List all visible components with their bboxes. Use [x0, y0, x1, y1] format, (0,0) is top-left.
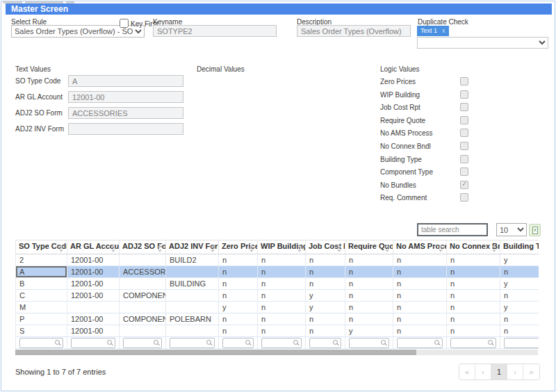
column-header-no-ams-process[interactable]: No AMS Process: [393, 240, 447, 254]
cell[interactable]: 12001-00: [67, 278, 120, 290]
horizontal-scrollbar[interactable]: [15, 350, 538, 355]
cell[interactable]: n: [306, 254, 345, 266]
cell[interactable]: ACCESSORIES: [120, 266, 166, 278]
cell[interactable]: n: [500, 266, 539, 278]
cell[interactable]: 12001-00: [67, 325, 120, 337]
column-header-require-quote[interactable]: Require Quote: [345, 240, 393, 254]
cell[interactable]: n: [219, 290, 258, 302]
cell[interactable]: COMPONENT: [120, 290, 166, 302]
cell[interactable]: C: [16, 290, 67, 302]
cell[interactable]: n: [393, 325, 447, 337]
field-input-so-type-code[interactable]: [68, 75, 183, 87]
table-row[interactable]: S12001-00nnnynnn: [16, 325, 539, 337]
column-header-no-connex-bndl[interactable]: No Connex Bndl: [447, 240, 500, 254]
cell[interactable]: A: [16, 266, 67, 278]
pagination-last[interactable]: »: [523, 364, 539, 379]
cell[interactable]: BUILD2: [166, 254, 219, 266]
cell[interactable]: n: [345, 302, 393, 313]
cell[interactable]: 2: [16, 254, 67, 266]
column-header-ar-gl-account[interactable]: AR GL Account: [67, 240, 120, 254]
cell[interactable]: y: [500, 278, 539, 290]
cell[interactable]: S: [16, 325, 67, 337]
column-header-job-cost-rpt[interactable]: Job Cost Rpt: [306, 240, 345, 254]
cell[interactable]: n: [219, 254, 258, 266]
cell[interactable]: n: [258, 266, 306, 278]
cell[interactable]: 12001-00: [67, 313, 120, 325]
cell[interactable]: n: [393, 290, 447, 302]
column-header-so-type-code[interactable]: SO Type Code: [16, 240, 67, 254]
cell[interactable]: M: [16, 302, 67, 313]
cell[interactable]: n: [258, 325, 306, 337]
cell[interactable]: [120, 278, 166, 290]
cell[interactable]: [120, 302, 166, 313]
cell[interactable]: n: [258, 290, 306, 302]
cell[interactable]: n: [219, 266, 258, 278]
column-header-wip-building[interactable]: WIP Building: [258, 240, 306, 254]
cell[interactable]: n: [345, 290, 393, 302]
cell[interactable]: n: [447, 325, 500, 337]
cell[interactable]: n: [306, 266, 345, 278]
cell[interactable]: n: [306, 278, 345, 290]
field-input-adj2-inv-form[interactable]: [68, 123, 183, 135]
cell[interactable]: n: [219, 325, 258, 337]
table-row[interactable]: P12001-00COMPONENTPOLEBARNnnnnnnn: [16, 313, 539, 325]
chip-remove-icon[interactable]: x: [442, 27, 445, 34]
cell[interactable]: n: [258, 254, 306, 266]
cell[interactable]: COMPONENT: [120, 313, 166, 325]
cell[interactable]: [166, 290, 219, 302]
cell[interactable]: n: [500, 325, 539, 337]
cell[interactable]: y: [219, 302, 258, 313]
column-header-adj2-so-form[interactable]: ADJ2 SO Form: [120, 240, 166, 254]
cell[interactable]: n: [393, 278, 447, 290]
column-filter-building-type[interactable]: [504, 338, 539, 348]
table-search-input[interactable]: [417, 223, 488, 236]
cell[interactable]: n: [345, 266, 393, 278]
description-input[interactable]: [297, 25, 411, 37]
cell[interactable]: n: [306, 325, 345, 337]
cell[interactable]: n: [393, 254, 447, 266]
cell[interactable]: n: [447, 313, 500, 325]
cell[interactable]: y: [306, 290, 345, 302]
cell[interactable]: y: [345, 325, 393, 337]
cell[interactable]: n: [393, 313, 447, 325]
cell[interactable]: n: [393, 266, 447, 278]
cell[interactable]: B: [16, 278, 67, 290]
table-row[interactable]: A12001-00ACCESSORIESnnnnnnn: [16, 266, 539, 278]
column-header-building-type[interactable]: Building Type: [500, 240, 539, 254]
cell[interactable]: n: [393, 302, 447, 313]
pagination-page-1[interactable]: 1: [491, 364, 507, 379]
pagination-prev[interactable]: ‹: [475, 364, 491, 379]
duplicate-check-chip[interactable]: Text 1x: [417, 26, 449, 36]
column-header-zero-prices[interactable]: Zero Prices: [219, 240, 258, 254]
key-first-checkbox[interactable]: [120, 19, 129, 28]
cell[interactable]: [166, 266, 219, 278]
cell[interactable]: POLEBARN: [166, 313, 219, 325]
cell[interactable]: n: [258, 313, 306, 325]
cell[interactable]: [166, 302, 219, 313]
cell[interactable]: n: [447, 290, 500, 302]
pagination-next[interactable]: ›: [507, 364, 523, 379]
field-input-ar-gl-account[interactable]: [68, 91, 183, 103]
cell[interactable]: n: [447, 254, 500, 266]
cell[interactable]: n: [345, 313, 393, 325]
cell[interactable]: [166, 325, 219, 337]
cell[interactable]: n: [219, 278, 258, 290]
field-input-adj2-so-form[interactable]: [68, 107, 183, 119]
keyname-input[interactable]: [153, 25, 277, 37]
cell[interactable]: n: [447, 302, 500, 313]
cell[interactable]: 12001-00: [67, 266, 120, 278]
table-row[interactable]: C12001-00COMPONENTnnynnnn: [16, 290, 539, 302]
column-header-adj2-inv-form[interactable]: ADJ2 INV Form: [166, 240, 219, 254]
cell[interactable]: BUILDING: [166, 278, 219, 290]
cell[interactable]: n: [447, 278, 500, 290]
cell[interactable]: n: [306, 313, 345, 325]
cell[interactable]: n: [345, 254, 393, 266]
duplicate-check-dropdown[interactable]: [417, 37, 548, 49]
cell[interactable]: y: [500, 254, 539, 266]
cell[interactable]: n: [447, 266, 500, 278]
cell[interactable]: n: [258, 278, 306, 290]
cell[interactable]: [120, 254, 166, 266]
page-size-select[interactable]: 10: [496, 223, 527, 236]
cell[interactable]: n: [219, 313, 258, 325]
cell[interactable]: y: [306, 302, 345, 313]
